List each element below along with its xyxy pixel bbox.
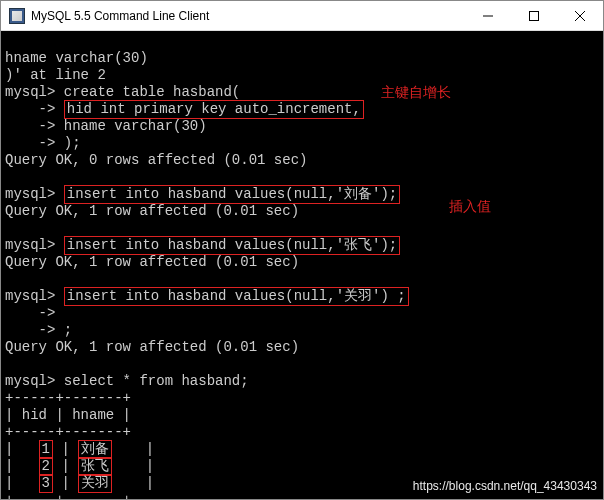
highlight-create-pk: hid int primary key auto_increment,: [64, 100, 364, 119]
highlight-insert-3: insert into hasband values(null,'关羽') ;: [64, 287, 409, 306]
maximize-button[interactable]: [511, 1, 557, 30]
maximize-icon: [529, 11, 539, 21]
text-line: Query OK, 0 rows affected (0.01 sec): [5, 152, 307, 168]
prompt: mysql>: [5, 186, 64, 202]
table-sep: +-----+-------+: [5, 424, 131, 440]
table-row: | 1 | 刘备 |: [5, 441, 154, 457]
table-row: | 3 | 关羽 |: [5, 475, 154, 491]
highlight-insert-1: insert into hasband values(null,'刘备');: [64, 185, 400, 204]
svg-rect-1: [530, 11, 539, 20]
prompt: mysql>: [5, 288, 64, 304]
text-line: -> ;: [5, 322, 72, 338]
table-sep: +-----+-------+: [5, 492, 131, 499]
text-line: Query OK, 1 row affected (0.01 sec): [5, 203, 299, 219]
window-frame: MySQL 5.5 Command Line Client hname varc…: [0, 0, 604, 500]
terminal-output[interactable]: hname varchar(30) )' at line 2 mysql> cr…: [1, 31, 603, 499]
annotation-pk: 主键自增长: [381, 84, 451, 101]
annotation-insert: 插入值: [449, 198, 491, 215]
title-bar[interactable]: MySQL 5.5 Command Line Client: [1, 1, 603, 31]
table-header: | hid | hname |: [5, 407, 131, 423]
watermark-text: https://blog.csdn.net/qq_43430343: [413, 478, 597, 495]
text-line: Query OK, 1 row affected (0.01 sec): [5, 339, 299, 355]
window-buttons: [465, 1, 603, 30]
highlight-insert-2: insert into hasband values(null,'张飞');: [64, 236, 400, 255]
text-line: -> hname varchar(30): [5, 118, 207, 134]
highlight-cell-hname: 关羽: [78, 474, 112, 493]
prompt: mysql>: [5, 237, 64, 253]
text-line: Query OK, 1 row affected (0.01 sec): [5, 254, 299, 270]
close-button[interactable]: [557, 1, 603, 30]
text-line: hname varchar(30) )' at line 2: [5, 50, 148, 83]
highlight-cell-hid: 3: [39, 474, 53, 493]
minimize-icon: [483, 11, 493, 21]
text-line: mysql> create table hasband(: [5, 84, 240, 100]
text-line: ->: [5, 305, 55, 321]
table-row: | 2 | 张飞 |: [5, 458, 154, 474]
window-title: MySQL 5.5 Command Line Client: [31, 9, 465, 23]
table-sep: +-----+-------+: [5, 390, 131, 406]
text-line: mysql> select * from hasband;: [5, 373, 249, 389]
close-icon: [575, 11, 585, 21]
app-icon: [9, 8, 25, 24]
text-line: ->: [5, 101, 64, 117]
minimize-button[interactable]: [465, 1, 511, 30]
text-line: -> );: [5, 135, 81, 151]
